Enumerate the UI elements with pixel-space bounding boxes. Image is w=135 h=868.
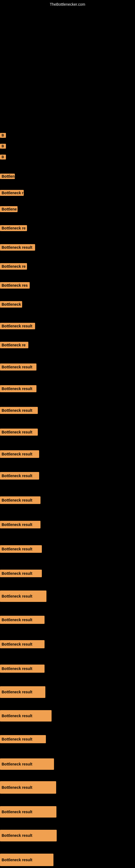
bottleneck-result-label: Bottleneck result <box>0 521 41 528</box>
bottleneck-result-label: Bottleneck re <box>0 263 27 270</box>
bottleneck-result-label: B <box>0 133 6 138</box>
bottleneck-result-label: Bottleneck result <box>0 616 45 624</box>
bottleneck-result-label: Bottleneck result <box>0 640 45 648</box>
bottleneck-result-label: Bottleneck result <box>0 244 35 251</box>
bottleneck-result-label: Bottleneck result <box>0 385 37 392</box>
bottleneck-result-label: Bottleneck result <box>0 429 38 436</box>
bottleneck-result-label: Bottleneck result <box>0 686 45 698</box>
bottleneck-result-label: B <box>0 155 6 159</box>
bottleneck-result-label: Bottleneck r <box>0 190 24 196</box>
bottleneck-result-label: Bottleneck result <box>0 496 41 504</box>
bottleneck-result-label: Bottleneck result <box>0 472 39 479</box>
bottleneck-result-label: Bottleneck result <box>0 664 45 673</box>
bottleneck-result-label: Bottleneck result <box>0 781 56 794</box>
bottleneck-result-label: Bottleneck result <box>0 710 52 721</box>
bottleneck-result-label: Bottleneck result <box>0 806 56 817</box>
bottleneck-result-label: Bottleneck res <box>0 282 30 289</box>
bottleneck-result-label: Bottleneck result <box>0 758 54 770</box>
bottleneck-result-label: Bottleneck result <box>0 735 46 743</box>
bottleneck-result-label: Bottleneck result <box>0 830 57 841</box>
bottleneck-result-label: Bottleneck re <box>0 225 27 231</box>
bottleneck-result-label: Bottlen <box>0 174 15 179</box>
bottleneck-result-label: Bottleneck result <box>0 450 39 458</box>
bottleneck-result-label: Bottleneck result <box>0 323 35 329</box>
bottleneck-result-label: Bottleneck result <box>0 364 37 371</box>
bottleneck-result-label: Bottleneck result <box>0 545 42 553</box>
bottleneck-result-label: Bottleneck re <box>0 342 28 348</box>
bottleneck-result-label: Bottleneck result <box>0 590 46 602</box>
bottleneck-result-label: Bottleneck result <box>0 854 53 866</box>
bottleneck-result-label: Bottleneck result <box>0 569 42 577</box>
bottleneck-result-label: B <box>0 144 6 149</box>
bottleneck-result-label: Bottleneck <box>0 301 22 308</box>
site-title: TheBottlenecker.com <box>50 2 85 6</box>
bottleneck-result-label: Bottleneck result <box>0 407 38 414</box>
bottleneck-result-label: Bottlene <box>0 206 17 212</box>
